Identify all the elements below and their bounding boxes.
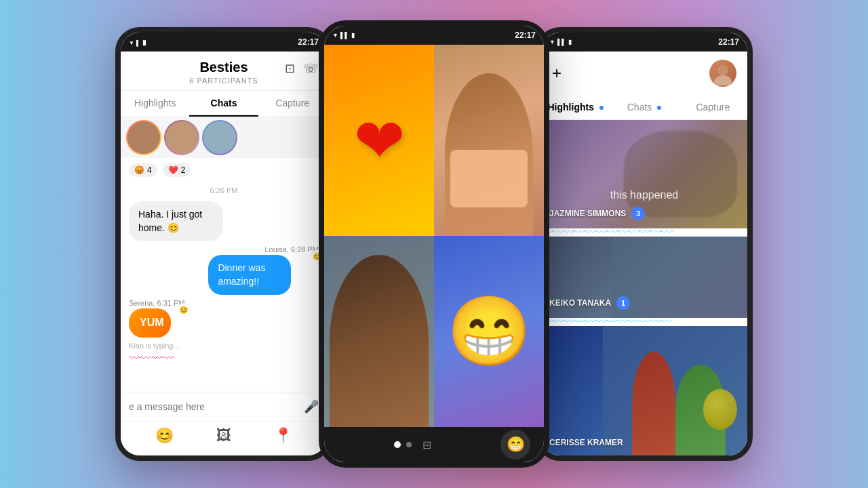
video-dot-active (394, 441, 401, 448)
chat-stories (121, 117, 327, 158)
hs1-user-row: JAZMINE SIMMONS 3 (549, 207, 739, 220)
video-cell-woman2 (324, 236, 434, 427)
video-cell-woman1 (434, 45, 544, 236)
status-bar-middle: ▼ ▌▌ ▮ 22:17 (324, 26, 544, 45)
phone-right: ▼ ▌▌ ▮ 22:17 + Highlights (536, 27, 753, 461)
wifi-icon-m: ▼ (332, 32, 338, 39)
phone-icon[interactable]: ☏ (303, 61, 319, 76)
message-2-container: Louisa, 6:28 PM Dinner was amazing!! 😊 (208, 245, 319, 295)
hs2-count: 1 (616, 296, 630, 310)
signal-icon-r: ▌▌ (557, 39, 566, 45)
hs3-username: CERISSE KRAMER (549, 438, 623, 447)
status-bar-right: ▼ ▌▌ ▮ 22:17 (541, 33, 747, 52)
video-emoji-button[interactable]: 😁 (500, 430, 530, 460)
video-call-icon[interactable]: ⊡ (285, 61, 295, 76)
chat-messages: 😡 4 ❤️ 2 6:26 PM Haha. I just got home. … (121, 158, 327, 392)
video-bottom-bar: ⊟ 😁 (324, 427, 544, 462)
video-dot-inactive (406, 442, 412, 447)
middle-content: ❤ 😁 (324, 45, 544, 462)
highlights-dot (599, 106, 604, 110)
video-grid: ❤ 😁 (324, 45, 544, 427)
reaction-on-bubble-3: 😊 (177, 303, 191, 317)
avatar-image (711, 61, 735, 85)
mic-icon[interactable]: 🎤 (304, 399, 319, 414)
message-input[interactable] (129, 401, 298, 412)
add-icon[interactable]: + (552, 64, 561, 83)
message-timestamp: 6:26 PM (129, 186, 319, 195)
time-right: 22:17 (572, 37, 739, 47)
time-left: 22:17 (146, 37, 319, 47)
wave-line-1: 〰〰〰〰〰〰〰〰〰〰〰〰 (541, 228, 671, 237)
left-content: Besties 6 PARTICIPANTS ⊡ ☏ Highlights Ch… (121, 52, 327, 455)
status-icons-left (129, 38, 146, 46)
right-tabs: Highlights Chats Capture (541, 95, 747, 120)
hs2-user-row: KEIKO TANAKA 1 (549, 296, 739, 310)
camera-switch-icon[interactable]: ⊟ (422, 439, 431, 451)
chat-tabs: Highlights Chats Capture (121, 91, 327, 117)
message-bubble-3: YUM (129, 308, 171, 337)
emoji-icon[interactable]: 😊 (155, 427, 174, 445)
tab-capture-right[interactable]: Capture (679, 95, 747, 119)
message-3-wrapper: YUM 😊 (129, 308, 185, 337)
story-item-3[interactable] (202, 120, 237, 155)
typing-indicator: Kian is typing... 〰〰〰〰 (129, 342, 319, 365)
phone-left: 22:17 Besties 6 PARTICIPANTS ⊡ ☏ Highlig… (115, 27, 332, 461)
tab-highlights[interactable]: Highlights (121, 91, 189, 117)
location-icon[interactable]: 📍 (274, 427, 292, 445)
phone-middle: ▼ ▌▌ ▮ 22:17 ❤ (319, 20, 549, 468)
wave-divider-1: 〰〰〰〰〰〰〰〰〰〰〰〰 (541, 228, 747, 237)
chat-subtitle: 6 PARTICIPANTS (132, 77, 316, 85)
message-1: Haha. I just got home. 😊 (129, 201, 255, 241)
story-item-2[interactable] (164, 120, 199, 155)
video-cell-heart: ❤ (324, 45, 434, 236)
tab-highlights-right[interactable]: Highlights (541, 95, 610, 119)
hs2-text-overlay: KEIKO TANAKA 1 (541, 288, 747, 318)
highlight-section-1: this happened JAZMINE SIMMONS 3 (541, 120, 747, 228)
user-avatar[interactable] (709, 60, 736, 87)
status-icons-middle: ▼ ▌▌ ▮ (332, 32, 355, 39)
happy-emoji: 😁 (447, 291, 532, 371)
reactions-row: 😡 4 ❤️ 2 (129, 163, 319, 177)
highlight-section-2: KEIKO TANAKA 1 (541, 237, 747, 318)
wave-divider-2: 〰〰〰〰〰〰〰〰〰〰〰〰 (541, 318, 747, 326)
wifi-icon-r: ▼ (549, 39, 555, 45)
wave-line-2: 〰〰〰〰〰〰〰〰〰〰〰〰 (541, 318, 671, 326)
message-3-container: Serena, 6:31 PM YUM 😊 (129, 299, 185, 337)
message-2-wrapper: Dinner was amazing!! 😊 (208, 255, 319, 295)
video-cell-emoji: 😁 (434, 236, 544, 427)
tab-chats-right[interactable]: Chats (610, 95, 678, 119)
highlight-section-3: CERISSE KRAMER (541, 326, 747, 455)
chat-actions: ⊡ ☏ (285, 61, 319, 76)
time-middle: 22:17 (355, 30, 536, 40)
message-bubble-1: Haha. I just got home. 😊 (129, 201, 223, 241)
sender-serena: Serena, 6:31 PM (129, 299, 185, 307)
right-content: + Highlights Chats Cap (541, 52, 747, 455)
wifi-icon (129, 38, 134, 46)
hs2-username: KEIKO TANAKA (549, 298, 611, 308)
sender-louisa: Louisa, 6:28 PM (265, 245, 319, 253)
chat-input-area: 🎤 (121, 392, 327, 421)
image-icon[interactable]: 🖼 (216, 427, 231, 445)
status-icons-right: ▼ ▌▌ ▮ (549, 39, 572, 45)
video-emoji-icon: 😁 (507, 436, 525, 453)
chat-bottom-icons: 😊 🖼 📍 (121, 421, 327, 455)
highlights-content: this happened JAZMINE SIMMONS 3 〰〰〰〰〰〰〰〰… (541, 120, 747, 455)
tab-capture[interactable]: Capture (258, 91, 327, 117)
hs1-text-overlay: this happened JAZMINE SIMMONS 3 (541, 181, 747, 228)
svg-point-0 (717, 65, 728, 76)
heart-emoji: ❤ (354, 105, 405, 176)
chats-dot (657, 106, 661, 110)
signal-icon-m: ▌▌ (340, 32, 349, 39)
tab-chats[interactable]: Chats (189, 91, 258, 117)
chat-header: Besties 6 PARTICIPANTS ⊡ ☏ (121, 52, 327, 91)
hs1-count: 3 (631, 207, 645, 220)
message-bubble-2: Dinner was amazing!! (208, 255, 291, 295)
reaction-heart: ❤️ 2 (163, 163, 191, 177)
highlight-caption-1: this happened (549, 189, 739, 201)
hs1-username: JAZMINE SIMMONS (549, 209, 626, 218)
hs3-user-row: CERISSE KRAMER (549, 438, 739, 447)
right-header: + (541, 52, 747, 95)
story-item-1[interactable] (126, 120, 161, 155)
status-bar-left: 22:17 (121, 33, 327, 52)
reaction-angry: 😡 4 (129, 163, 157, 177)
